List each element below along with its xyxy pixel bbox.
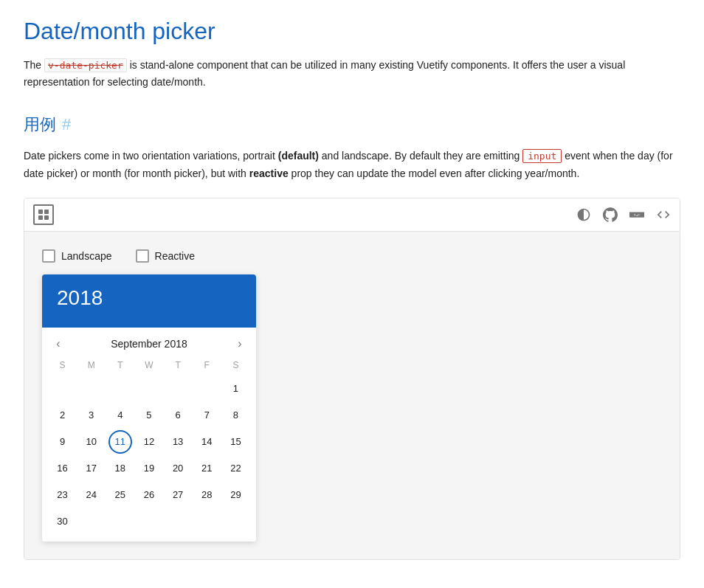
section-heading: 用例 # [24, 114, 680, 136]
github-icon[interactable] [603, 207, 618, 222]
day-26[interactable]: 26 [137, 483, 161, 507]
day-23[interactable]: 23 [51, 483, 75, 507]
week-row-3: 9 10 11 12 13 14 15 [48, 429, 250, 454]
day-header-thu: T [164, 357, 193, 373]
next-month-button[interactable]: › [230, 333, 250, 354]
week-row-5: 23 24 25 26 27 28 29 [48, 482, 250, 508]
day-30[interactable]: 30 [51, 510, 75, 533]
day-16[interactable]: 16 [51, 457, 75, 480]
day-headers-row: S M T W T F S [48, 357, 250, 373]
month-year-label: September 2018 [111, 338, 187, 350]
day-29[interactable]: 29 [224, 483, 247, 507]
calendar-year: 2018 [57, 286, 241, 310]
grid-icon [38, 210, 49, 220]
day-19[interactable]: 19 [137, 457, 161, 480]
calendar-nav: ‹ September 2018 › [42, 328, 256, 357]
day-header-fri: F [193, 357, 221, 373]
calendar-grid: S M T W T F S 1 [42, 357, 256, 542]
demo-content: Landscape Reactive 2018 ‹ September 2018… [24, 232, 680, 559]
toolbar-right [576, 207, 671, 222]
day-5[interactable]: 5 [137, 404, 161, 427]
reactive-checkbox-label[interactable]: Reactive [136, 249, 195, 263]
reactive-checkbox[interactable] [136, 249, 149, 263]
checkboxes-row: Landscape Reactive [42, 249, 662, 263]
input-code: input [522, 149, 562, 163]
demo-container: Landscape Reactive 2018 ‹ September 2018… [24, 198, 680, 560]
day-25[interactable]: 25 [108, 483, 132, 507]
grid-cell-2 [44, 210, 49, 214]
day-11[interactable]: 11 [108, 430, 132, 454]
day-2[interactable]: 2 [51, 404, 75, 427]
week-row-1: 1 [48, 376, 250, 401]
day-header-tue: T [106, 357, 134, 373]
landscape-checkbox[interactable] [42, 249, 55, 263]
day-3[interactable]: 3 [80, 404, 103, 427]
day-18[interactable]: 18 [108, 457, 132, 480]
grid-icon-button[interactable] [33, 204, 54, 225]
day-header-sat: S [221, 357, 250, 373]
day-22[interactable]: 22 [224, 457, 247, 480]
week-row-6: 30 [48, 509, 250, 534]
day-6[interactable]: 6 [166, 404, 190, 427]
code-icon[interactable] [656, 207, 671, 222]
hash-icon: # [62, 115, 71, 134]
calendar-year-header: 2018 [42, 274, 256, 328]
day-9[interactable]: 9 [51, 430, 75, 454]
day-4[interactable]: 4 [108, 404, 132, 427]
landscape-checkbox-label[interactable]: Landscape [42, 249, 112, 263]
page-description: The v-date-picker is stand-alone compone… [24, 57, 680, 90]
day-header-sun: S [48, 357, 77, 373]
page-title: Date/month picker [24, 18, 680, 45]
day-12[interactable]: 12 [137, 430, 161, 454]
day-1[interactable]: 1 [224, 377, 247, 401]
day-header-mon: M [77, 357, 106, 373]
grid-cell-1 [38, 210, 43, 214]
day-8[interactable]: 8 [224, 404, 247, 427]
default-bold: (default) [278, 150, 319, 162]
day-15[interactable]: 15 [224, 430, 247, 454]
day-21[interactable]: 21 [195, 457, 218, 480]
day-header-wed: W [134, 357, 163, 373]
v-date-picker-code: v-date-picker [44, 58, 127, 72]
reactive-bold: reactive [249, 167, 289, 179]
week-row-2: 2 3 4 5 6 7 8 [48, 403, 250, 428]
prev-month-button[interactable]: ‹ [48, 333, 69, 354]
calendar-card: 2018 ‹ September 2018 › S M T W T F S [42, 274, 256, 542]
day-14[interactable]: 14 [195, 430, 218, 454]
day-20[interactable]: 20 [166, 457, 190, 480]
day-17[interactable]: 17 [80, 457, 103, 480]
demo-toolbar [24, 198, 680, 232]
day-7[interactable]: 7 [195, 404, 218, 427]
reactive-label: Reactive [155, 250, 195, 262]
day-13[interactable]: 13 [166, 430, 190, 454]
day-27[interactable]: 27 [166, 483, 190, 507]
section-title: 用例 [24, 114, 56, 136]
example-description: Date pickers come in two orientation var… [24, 148, 680, 183]
day-28[interactable]: 28 [195, 483, 218, 507]
day-10[interactable]: 10 [80, 430, 103, 454]
grid-cell-4 [44, 215, 49, 220]
day-24[interactable]: 24 [80, 483, 103, 507]
toolbar-left [33, 204, 54, 225]
codepen-icon[interactable] [629, 207, 644, 222]
grid-cell-3 [38, 215, 43, 220]
landscape-label: Landscape [61, 250, 112, 262]
week-row-4: 16 17 18 19 20 21 22 [48, 456, 250, 481]
contrast-icon[interactable] [576, 207, 591, 222]
